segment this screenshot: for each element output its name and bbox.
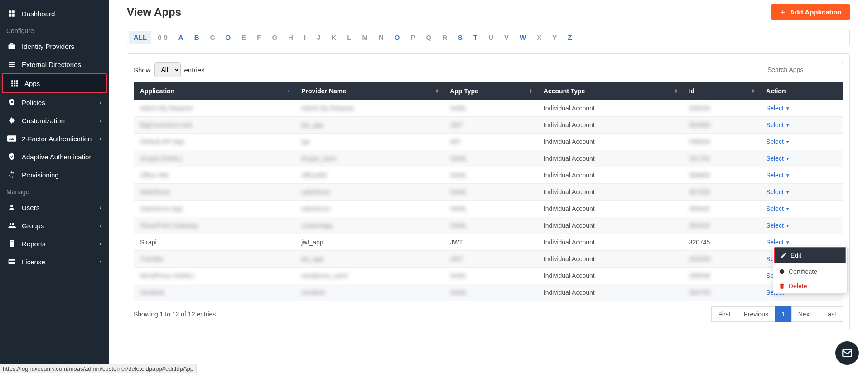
alpha-letter-N[interactable]: N (374, 31, 388, 44)
alpha-letter-F[interactable]: F (252, 31, 265, 44)
show-label-pre: Show (134, 66, 151, 74)
svg-rect-23 (9, 261, 15, 262)
alpha-letter-0-9[interactable]: 0-9 (153, 31, 172, 44)
alpha-letter-K[interactable]: K (327, 31, 341, 44)
cell-app: SharePoint Gateway (140, 222, 198, 229)
dropdown-delete[interactable]: Delete (773, 279, 847, 293)
sidebar: Dashboard Configure Identity Providers E… (0, 0, 109, 373)
alpha-letter-A[interactable]: A (174, 31, 188, 44)
sidebar-item-provisioning[interactable]: Provisioning (0, 166, 109, 184)
search-input[interactable] (762, 62, 843, 77)
svg-rect-4 (9, 62, 15, 63)
sidebar-item-groups[interactable]: Groups › (0, 216, 109, 234)
select-action[interactable]: Select ▼ (766, 239, 790, 246)
select-action[interactable]: Select ▼ (766, 172, 790, 179)
cell-account: Individual Account (544, 105, 595, 112)
select-action[interactable]: Select ▼ (766, 222, 790, 229)
list-icon (7, 60, 16, 69)
alpha-letter-O[interactable]: O (390, 31, 405, 44)
sidebar-label: External Directories (22, 61, 101, 68)
alpha-letter-X[interactable]: X (532, 31, 546, 44)
cell-id: 302432 (689, 222, 710, 229)
page-next[interactable]: Next (791, 306, 818, 322)
sidebar-item-users[interactable]: Users › (0, 198, 109, 216)
caret-down-icon: ▼ (786, 139, 790, 144)
sidebar-item-adaptive-auth[interactable]: Adaptive Authentication (0, 148, 109, 166)
select-action[interactable]: Select ▼ (766, 205, 790, 212)
cell-app: Strapi (140, 239, 157, 246)
sidebar-item-policies[interactable]: Policies › (0, 93, 109, 111)
table-row: Admin By Request Admin By Request SAML I… (134, 100, 843, 117)
select-action[interactable]: Select ▼ (766, 121, 790, 129)
sidebar-item-identity-providers[interactable]: Identity Providers (0, 37, 109, 55)
svg-rect-13 (11, 85, 13, 87)
alpha-letter-B[interactable]: B (190, 31, 204, 44)
clipboard-icon (7, 239, 16, 248)
caret-down-icon: ▼ (786, 240, 790, 245)
col-id[interactable]: Id▲▼ (683, 82, 760, 100)
alpha-letter-U[interactable]: U (484, 31, 498, 44)
select-action[interactable]: Select ▼ (766, 138, 790, 145)
alpha-letter-Y[interactable]: Y (548, 31, 561, 44)
page-first[interactable]: First (711, 306, 737, 322)
select-action[interactable]: Select ▼ (766, 105, 790, 112)
sidebar-item-reports[interactable]: Reports › (0, 234, 109, 253)
alpha-letter-C[interactable]: C (206, 31, 220, 44)
select-action[interactable]: Select ▼ (766, 188, 790, 196)
chevron-right-icon: › (99, 135, 101, 142)
alpha-letter-T[interactable]: T (469, 31, 482, 44)
table-row: Office 365 office365 SAML Individual Acc… (134, 167, 843, 184)
select-action[interactable]: Select ▼ (766, 155, 790, 162)
sidebar-item-license[interactable]: License › (0, 253, 109, 271)
alpha-letter-H[interactable]: H (284, 31, 298, 44)
col-application[interactable]: Application▲ (134, 82, 295, 100)
table-row: Zendesk zendesk SAML Individual Account … (134, 284, 843, 301)
dropdown-edit[interactable]: Edit (774, 247, 846, 263)
show-entries: Show All entries (134, 62, 205, 77)
add-application-button[interactable]: Add Application (771, 4, 850, 20)
page-previous[interactable]: Previous (737, 306, 775, 322)
dropdown-certificate[interactable]: Certificate (773, 264, 847, 279)
cell-app: Zendesk (140, 289, 164, 296)
alpha-letter-G[interactable]: G (267, 31, 282, 44)
alpha-letter-S[interactable]: S (453, 31, 467, 44)
sidebar-item-2fa[interactable]: 123 2-Factor Authentication › (0, 129, 109, 148)
sidebar-item-customization[interactable]: Customization › (0, 111, 109, 129)
cell-provider: office365 (301, 172, 327, 179)
alpha-letter-J[interactable]: J (312, 31, 325, 44)
chat-fab[interactable] (835, 341, 859, 365)
apps-table: Application▲ Provider Name▲▼ App Type▲▼ … (134, 82, 843, 301)
chevron-right-icon: › (99, 204, 101, 211)
cell-account: Individual Account (544, 289, 595, 296)
alpha-letter-L[interactable]: L (342, 31, 356, 44)
alpha-letter-Q[interactable]: Q (422, 31, 436, 44)
sidebar-item-apps[interactable]: Apps (2, 73, 107, 93)
entries-select[interactable]: All (154, 62, 181, 77)
col-action: Action (760, 82, 843, 100)
svg-point-24 (780, 269, 785, 274)
col-account[interactable]: Account Type▲▼ (537, 82, 683, 100)
sidebar-item-external-directories[interactable]: External Directories (0, 55, 109, 73)
cell-app: Salesforce App (140, 205, 183, 212)
alpha-letter-P[interactable]: P (406, 31, 420, 44)
alpha-letter-R[interactable]: R (438, 31, 452, 44)
table-row: Salesforce App salesforce SAML Individua… (134, 201, 843, 217)
cell-id: 291762 (689, 155, 710, 162)
table-info: Showing 1 to 12 of 12 entries (134, 311, 216, 318)
col-provider[interactable]: Provider Name▲▼ (295, 82, 444, 100)
alpha-letter-D[interactable]: D (221, 31, 235, 44)
col-apptype[interactable]: App Type▲▼ (444, 82, 537, 100)
alpha-letter-V[interactable]: V (500, 31, 513, 44)
sidebar-item-dashboard[interactable]: Dashboard (0, 5, 109, 23)
alpha-letter-Z[interactable]: Z (563, 31, 576, 44)
plus-icon (779, 9, 786, 16)
svg-rect-9 (16, 80, 18, 82)
page-last[interactable]: Last (818, 306, 843, 322)
alpha-letter-ALL[interactable]: ALL (129, 31, 151, 44)
alpha-letter-I[interactable]: I (299, 31, 310, 44)
alpha-letter-W[interactable]: W (515, 31, 530, 44)
alpha-letter-M[interactable]: M (357, 31, 372, 44)
alpha-letter-E[interactable]: E (237, 31, 251, 44)
page-1[interactable]: 1 (775, 306, 792, 322)
table-row: SharePoint Gateway customapp SAML Indivi… (134, 217, 843, 234)
